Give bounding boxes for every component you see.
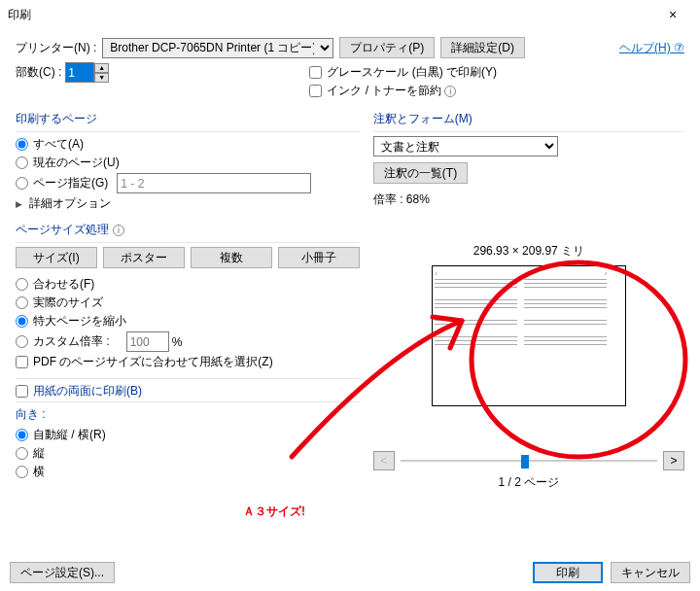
fit-radio[interactable] — [16, 278, 28, 291]
print-button[interactable]: 印刷 — [533, 562, 603, 583]
custom-scale-input[interactable] — [126, 331, 169, 352]
custom-scale-radio[interactable] — [16, 335, 28, 348]
tab-multi[interactable]: 複数 — [191, 247, 272, 268]
orient-port-radio[interactable] — [16, 447, 28, 460]
section-print-pages: 印刷するページ — [16, 111, 97, 127]
comments-select[interactable]: 文書と注釈 — [373, 136, 558, 156]
copies-down-icon[interactable]: ▼ — [94, 73, 109, 83]
ink-save-checkbox[interactable] — [309, 85, 322, 97]
orient-auto-radio[interactable] — [16, 429, 28, 441]
orientation-label: 向き : — [16, 406, 46, 423]
help-link[interactable]: ヘルプ(H) ⑦ — [619, 40, 684, 56]
page-counter: 1 / 2 ページ — [373, 474, 684, 491]
tab-size[interactable]: サイズ(I) — [16, 247, 97, 268]
scale-readout: 倍率 : 68% — [373, 191, 684, 208]
copies-stepper[interactable]: ▲ ▼ — [65, 62, 109, 83]
copies-label: 部数(C) : — [16, 64, 61, 81]
cancel-button[interactable]: キャンセル — [611, 562, 690, 583]
preview: ♪ ♪ — [432, 265, 626, 406]
opt-current-radio[interactable] — [16, 156, 28, 169]
shrink-radio[interactable] — [16, 315, 28, 328]
annotation-text: Ａ３サイズ! — [243, 504, 305, 518]
grayscale-label: グレースケール (白黒) で印刷(Y) — [327, 64, 497, 81]
actual-radio[interactable] — [16, 296, 28, 309]
duplex-checkbox[interactable] — [16, 385, 28, 398]
printer-label: プリンター(N) : — [16, 40, 96, 56]
opt-all-radio[interactable] — [16, 138, 28, 151]
window-title: 印刷 — [8, 7, 653, 23]
close-icon[interactable]: × — [653, 7, 692, 22]
printer-select[interactable]: Brother DCP-7065DN Printer (1 コピー) — [102, 38, 333, 58]
info-icon[interactable]: i — [113, 225, 124, 236]
copies-up-icon[interactable]: ▲ — [94, 63, 109, 73]
advanced-button[interactable]: 詳細設定(D) — [440, 37, 525, 58]
page-setup-button[interactable]: ページ設定(S)... — [10, 562, 115, 583]
section-comments: 注釈とフォーム(M) — [373, 111, 472, 127]
page-range-input[interactable] — [117, 173, 311, 193]
grayscale-checkbox[interactable] — [309, 66, 322, 79]
comments-list-button[interactable]: 注釈の一覧(T) — [373, 162, 468, 184]
tab-poster[interactable]: ポスター — [103, 247, 185, 268]
dimensions: 296.93 × 209.97 ミリ — [373, 243, 684, 260]
section-page-size: ページサイズ処理 — [16, 222, 109, 238]
copies-input[interactable] — [65, 62, 94, 83]
choose-paper-checkbox[interactable] — [16, 356, 28, 368]
tab-booklet[interactable]: 小冊子 — [278, 247, 360, 268]
advanced-options-toggle[interactable]: 詳細オプション — [16, 195, 360, 212]
next-page-button[interactable]: > — [663, 451, 684, 470]
prev-page-button[interactable]: < — [373, 451, 395, 470]
opt-range-radio[interactable] — [16, 177, 28, 190]
ink-save-label: インク / トナーを節約 — [327, 83, 441, 99]
page-slider[interactable] — [401, 452, 657, 469]
properties-button[interactable]: プロパティ(P) — [339, 37, 435, 58]
info-icon[interactable]: i — [444, 86, 456, 97]
orient-land-radio[interactable] — [16, 466, 28, 478]
